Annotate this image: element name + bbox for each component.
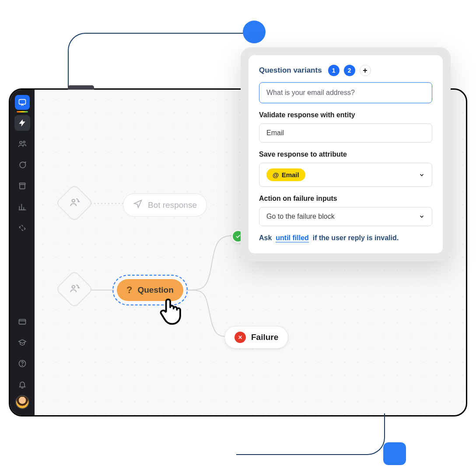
decorative-line-bottom [236,413,385,455]
svg-point-2 [23,141,25,143]
ask-until-filled-note: Ask until filled if the user reply is in… [259,234,432,242]
sidebar-item-analytics[interactable] [14,199,30,215]
sidebar-item-archive[interactable] [14,178,30,194]
validate-entity-select[interactable]: Email [259,123,432,143]
cursor-pointer-icon [154,294,188,329]
question-label: Question [137,285,173,295]
variant-badge-1[interactable]: 1 [328,65,340,76]
bot-response-node[interactable]: Bot response [123,193,207,217]
svg-point-9 [72,200,75,203]
chevron-down-icon [419,214,425,220]
sidebar-item-help[interactable] [14,356,30,371]
failure-label: Failure [251,332,278,342]
failure-node[interactable]: Failure [224,326,288,349]
until-filled-link[interactable]: until filled [276,234,309,242]
failure-action-value: Go to the failure block [266,213,335,220]
window-tab-nub [68,85,94,90]
failure-action-label: Action on failure inputs [259,195,432,203]
fail-icon [234,332,246,343]
sidebar-item-learn[interactable] [14,335,30,350]
variants-label: Question variants [259,66,322,75]
sidebar-item-flows[interactable] [14,115,30,131]
sidebar-item-billing[interactable] [14,314,30,329]
validate-entity-value: Email [266,129,284,137]
user-avatar[interactable] [15,395,29,409]
sidebar-item-notifications[interactable] [14,377,30,392]
add-variant-button[interactable]: + [360,65,371,76]
at-icon: @ [273,171,279,178]
save-attribute-label: Save response to attribute [259,150,432,158]
bot-response-label: Bot response [148,200,197,210]
trigger-node[interactable] [55,184,94,222]
trigger-icon [69,196,80,210]
sidebar-item-users[interactable] [14,136,30,152]
variant-badge-2[interactable]: 2 [344,65,355,76]
branch-icon [69,283,80,296]
chevron-down-icon [419,172,425,178]
validate-label: Validate response with entity [259,111,432,119]
save-attribute-select[interactable]: @ Email [259,163,432,187]
sidebar-item-chat[interactable] [14,157,30,173]
app-logo[interactable] [15,95,30,110]
svg-rect-3 [19,183,25,184]
question-text-input[interactable] [259,82,432,103]
svg-rect-0 [19,99,26,104]
svg-point-1 [20,141,22,144]
attribute-chip: @ Email [266,168,305,181]
question-config-panel: Question variants 1 2 + Validate respons… [241,47,451,261]
question-icon: ? [126,284,132,296]
decorative-line-top [68,33,256,92]
sidebar [10,90,35,415]
svg-point-10 [72,286,75,289]
svg-rect-4 [19,319,26,324]
send-icon [133,199,143,211]
svg-point-6 [22,365,23,366]
sidebar-item-integrations[interactable] [14,220,30,236]
failure-action-select[interactable]: Go to the failure block [259,207,432,226]
branch-node[interactable] [55,270,94,308]
